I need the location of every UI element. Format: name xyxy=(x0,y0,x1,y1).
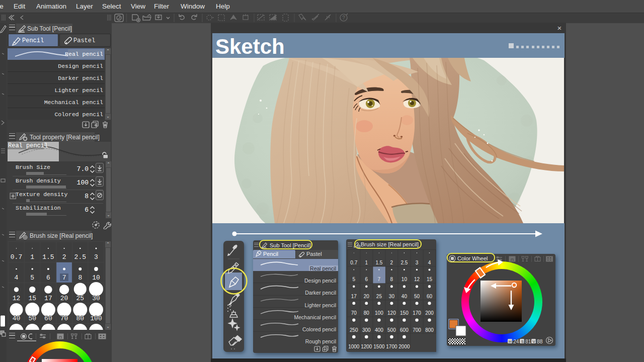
svg-text:2: 2 xyxy=(390,260,393,265)
svg-text:250: 250 xyxy=(350,327,358,333)
svg-text:6: 6 xyxy=(365,277,368,282)
svg-text:200: 200 xyxy=(425,310,434,316)
svg-text:6: 6 xyxy=(46,274,50,282)
svg-text:24: 24 xyxy=(513,338,519,344)
svg-text:15: 15 xyxy=(28,295,36,302)
svg-text:7: 7 xyxy=(378,277,381,282)
svg-text:5: 5 xyxy=(30,274,34,282)
svg-text:15: 15 xyxy=(427,277,433,282)
svg-text:60: 60 xyxy=(427,294,433,299)
svg-text:150: 150 xyxy=(400,310,409,316)
svg-text:1.5: 1.5 xyxy=(375,260,382,265)
svg-text:25: 25 xyxy=(376,294,382,299)
svg-text:V: V xyxy=(533,339,536,344)
svg-text:10: 10 xyxy=(92,274,100,282)
svg-text:0.7: 0.7 xyxy=(350,260,357,265)
svg-text:0.7: 0.7 xyxy=(11,253,22,261)
svg-text:70: 70 xyxy=(351,310,357,316)
svg-text:H: H xyxy=(509,339,512,344)
svg-text:30: 30 xyxy=(92,295,100,302)
svg-text:1200: 1200 xyxy=(361,344,372,349)
svg-text:7: 7 xyxy=(62,274,66,282)
svg-text:50: 50 xyxy=(28,315,36,322)
svg-text:300: 300 xyxy=(362,327,371,333)
svg-text:100: 100 xyxy=(375,310,383,316)
svg-text:800: 800 xyxy=(425,327,434,333)
svg-text:1500: 1500 xyxy=(373,344,385,349)
svg-text:?: ? xyxy=(342,15,345,21)
svg-text:700: 700 xyxy=(413,327,421,333)
svg-text:80: 80 xyxy=(76,315,84,322)
svg-text:5: 5 xyxy=(353,277,356,282)
svg-text:500: 500 xyxy=(387,327,396,333)
svg-text:1: 1 xyxy=(30,253,34,261)
svg-text:4: 4 xyxy=(428,260,431,265)
svg-text:600: 600 xyxy=(400,327,409,333)
svg-text:8: 8 xyxy=(390,277,393,282)
svg-text:170: 170 xyxy=(413,310,421,316)
svg-text:20: 20 xyxy=(364,294,370,299)
svg-text:20: 20 xyxy=(60,295,68,302)
svg-text:3: 3 xyxy=(94,253,98,261)
svg-text:30: 30 xyxy=(389,294,395,299)
svg-text:2.5: 2.5 xyxy=(74,253,86,261)
svg-text:12: 12 xyxy=(13,295,21,302)
svg-text:60: 60 xyxy=(44,315,52,322)
svg-text:88: 88 xyxy=(537,338,543,344)
svg-text:100: 100 xyxy=(90,315,102,322)
svg-text:81: 81 xyxy=(525,338,531,344)
svg-text:1: 1 xyxy=(365,260,368,265)
svg-text:400: 400 xyxy=(375,327,383,333)
svg-text:3: 3 xyxy=(416,260,419,265)
svg-text:1.5: 1.5 xyxy=(42,253,54,261)
svg-text:S: S xyxy=(521,339,524,344)
svg-text:8: 8 xyxy=(78,274,82,282)
svg-text:17: 17 xyxy=(44,295,52,302)
svg-text:40: 40 xyxy=(401,294,408,299)
svg-text:120: 120 xyxy=(387,310,396,316)
svg-text:2000: 2000 xyxy=(398,344,410,349)
svg-text:2: 2 xyxy=(62,253,66,261)
svg-text:70: 70 xyxy=(60,315,68,322)
svg-text:17: 17 xyxy=(351,294,357,299)
svg-text:50: 50 xyxy=(414,294,420,299)
svg-text:12: 12 xyxy=(414,277,420,282)
svg-text:80: 80 xyxy=(364,310,370,316)
svg-text:10: 10 xyxy=(401,277,408,282)
svg-text:25: 25 xyxy=(76,295,84,302)
svg-text:40: 40 xyxy=(13,315,21,322)
svg-text:2.5: 2.5 xyxy=(400,260,408,265)
svg-text:4: 4 xyxy=(15,274,19,282)
svg-text:1000: 1000 xyxy=(348,344,360,349)
svg-text:1700: 1700 xyxy=(386,344,397,349)
